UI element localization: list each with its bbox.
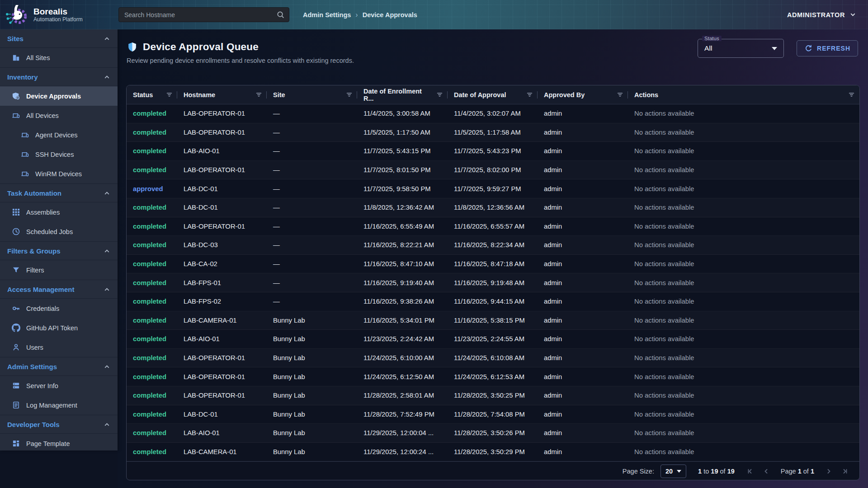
sidebar-item-device-approvals[interactable]: Device Approvals [0, 86, 118, 106]
next-page-button[interactable] [825, 468, 832, 475]
cell-enrolled: 11/7/2025, 9:58:50 PM [357, 179, 448, 198]
column-header-status[interactable]: Status [127, 85, 177, 104]
chevron-up-icon [104, 190, 110, 197]
sidebar-section-header-inventory[interactable]: Inventory [0, 68, 118, 86]
main-content: Device Approval Queue Review pending dev… [118, 29, 868, 488]
sidebar-item-agent-devices[interactable]: Agent Devices [0, 125, 118, 145]
sidebar-bottom-gap [0, 450, 118, 488]
sidebar-item-label: All Sites [26, 54, 50, 61]
sidebar-item-page-template[interactable]: Page Template [0, 434, 118, 453]
sidebar-item-log-management[interactable]: Log Management [0, 395, 118, 415]
last-page-button[interactable] [841, 468, 849, 475]
filter-icon[interactable] [166, 91, 173, 98]
sidebar-section-developer-tools: Developer ToolsPage Template [0, 415, 118, 453]
cell-approved: 11/4/2025, 3:02:07 AM [448, 104, 538, 123]
sidebar-item-filters[interactable]: Filters [0, 260, 118, 280]
sidebar-item-winrm-devices[interactable]: WinRM Devices [0, 164, 118, 183]
sidebar-item-scheduled-jobs[interactable]: Scheduled Jobs [0, 222, 118, 241]
filter-icon[interactable] [848, 91, 855, 98]
cell-site: — [267, 198, 357, 217]
cell-status: completed [127, 273, 177, 292]
cell-actions: No actions available [628, 424, 859, 442]
previous-page-button[interactable] [763, 468, 770, 475]
sidebar-section-header-admin-settings[interactable]: Admin Settings [0, 357, 118, 376]
devices-icon [11, 111, 20, 120]
page-size-label: Page Size: [623, 468, 654, 475]
section-label: Developer Tools [7, 421, 60, 428]
breadcrumb-admin-settings[interactable]: Admin Settings [303, 11, 351, 19]
column-header-hostname[interactable]: Hostname [177, 85, 267, 104]
sidebar-item-all-devices[interactable]: All Devices [0, 106, 118, 125]
cell-site: — [267, 104, 357, 123]
refresh-button[interactable]: REFRESH [797, 40, 858, 56]
sidebar-section-header-sites[interactable]: Sites [0, 29, 118, 48]
user-menu[interactable]: ADMINISTRATOR [787, 11, 856, 19]
search-input[interactable] [118, 7, 289, 22]
status-filter-value: All [704, 44, 772, 52]
table-row: completedLAB-AIO-01—11/7/2025, 5:43:15 P… [127, 142, 859, 161]
sidebar-item-credentials[interactable]: Credentials [0, 299, 118, 318]
cell-enrolled: 11/24/2025, 6:12:50 AM [357, 367, 448, 386]
cell-approved_by: admin [538, 255, 628, 273]
cell-hostname: LAB-DC-01 [177, 405, 267, 424]
column-header-approved-by[interactable]: Approved By [538, 85, 628, 104]
column-header-site[interactable]: Site [267, 85, 357, 104]
column-header-date-of-enrollment-r[interactable]: Date of Enrollment R... [357, 85, 448, 104]
sidebar-item-all-sites[interactable]: All Sites [0, 48, 118, 67]
page-size-select[interactable]: 20 [660, 465, 686, 478]
breadcrumb-device-approvals[interactable]: Device Approvals [363, 11, 417, 19]
cell-approved: 11/16/2025, 9:44:15 AM [448, 292, 538, 311]
table-row: completedLAB-FPS-01—11/16/2025, 9:19:40 … [127, 273, 859, 292]
refresh-button-label: REFRESH [817, 45, 850, 52]
sidebar-section-header-task-automation[interactable]: Task Automation [0, 184, 118, 202]
section-label: Filters & Groups [7, 247, 61, 255]
column-header-date-of-approval[interactable]: Date of Approval [448, 85, 538, 104]
cell-enrolled: 11/28/2025, 2:58:01 AM [357, 386, 448, 405]
sidebar-item-github-api-token[interactable]: GitHub API Token [0, 318, 118, 338]
status-filter-label: Status [702, 36, 722, 41]
server-icon [11, 381, 20, 390]
sidebar-item-assemblies[interactable]: Assemblies [0, 202, 118, 222]
column-header-actions[interactable]: Actions [628, 85, 859, 104]
cell-actions: No actions available [628, 255, 859, 273]
status-filter-select[interactable]: Status All [698, 39, 784, 58]
shield-approval-icon [11, 92, 20, 101]
sidebar-item-ssh-devices[interactable]: SSH Devices [0, 145, 118, 164]
devices-icon [20, 131, 29, 140]
cell-actions: No actions available [628, 142, 859, 160]
filter-icon[interactable] [617, 91, 623, 98]
filter-icon[interactable] [526, 91, 533, 98]
shield-icon [127, 42, 138, 53]
column-label: Status [133, 91, 153, 99]
key-icon [11, 304, 20, 313]
cell-approved_by: admin [538, 292, 628, 311]
cell-actions: No actions available [628, 273, 859, 292]
cell-site: Bunny Lab [267, 349, 357, 367]
cell-hostname: LAB-DC-03 [177, 236, 267, 254]
cell-approved_by: admin [538, 179, 628, 198]
filter-icon[interactable] [436, 91, 443, 98]
cell-hostname: LAB-OPERATOR-01 [177, 367, 267, 386]
cell-site: — [267, 236, 357, 254]
filter-icon[interactable] [255, 91, 262, 98]
sidebar-item-users[interactable]: Users [0, 338, 118, 357]
sidebar-section-header-filters-groups[interactable]: Filters & Groups [0, 242, 118, 260]
sidebar-section-header-developer-tools[interactable]: Developer Tools [0, 415, 118, 434]
cell-approved_by: admin [538, 142, 628, 160]
filter-icon[interactable] [346, 91, 353, 98]
sidebar-item-server-info[interactable]: Server Info [0, 376, 118, 395]
column-label: Date of Enrollment R... [363, 88, 433, 102]
cell-actions: No actions available [628, 104, 859, 123]
chevron-up-icon [104, 363, 110, 370]
cell-site: — [267, 273, 357, 292]
first-page-button[interactable] [746, 468, 754, 475]
brand: Borealis Automation Platform [0, 3, 118, 27]
chevron-down-icon [849, 11, 856, 18]
sidebar-section-header-access-management[interactable]: Access Management [0, 280, 118, 299]
table-row: completedLAB-OPERATOR-01—11/16/2025, 6:5… [127, 217, 859, 236]
section-label: Access Management [7, 286, 74, 293]
user-icon [11, 343, 20, 352]
app-root: Borealis Automation Platform Admin Setti… [0, 0, 868, 488]
table-row: completedLAB-CAMERA-01Bunny Lab11/16/202… [127, 311, 859, 330]
sidebar-section-sites: SitesAll Sites [0, 29, 118, 67]
